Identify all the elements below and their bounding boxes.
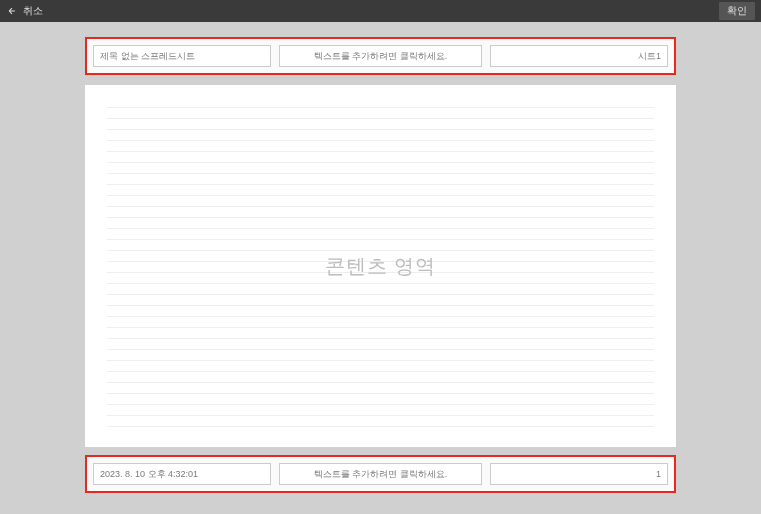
- sheet-name-field[interactable]: 시트1: [490, 45, 668, 67]
- document-title-field[interactable]: 제목 없는 스프레드시트: [93, 45, 271, 67]
- content-placeholder-text: 콘텐츠 영역: [325, 253, 437, 280]
- footer-section: 2023. 8. 10 오후 4:32:01 텍스트를 추가하려면 클릭하세요.…: [0, 447, 761, 503]
- footer-center-field[interactable]: 텍스트를 추가하려면 클릭하세요.: [279, 463, 482, 485]
- content-ruled-area[interactable]: 콘텐츠 영역: [107, 97, 654, 435]
- back-arrow-icon[interactable]: [6, 5, 18, 17]
- content-page: 콘텐츠 영역: [85, 85, 676, 447]
- header-section: 제목 없는 스프레드시트 텍스트를 추가하려면 클릭하세요. 시트1: [0, 22, 761, 85]
- header-center-field[interactable]: 텍스트를 추가하려면 클릭하세요.: [279, 45, 482, 67]
- toolbar-left: 취소: [6, 4, 43, 18]
- header-fields-box: 제목 없는 스프레드시트 텍스트를 추가하려면 클릭하세요. 시트1: [85, 37, 676, 75]
- timestamp-field[interactable]: 2023. 8. 10 오후 4:32:01: [93, 463, 271, 485]
- confirm-button[interactable]: 확인: [719, 2, 755, 20]
- page-number-field[interactable]: 1: [490, 463, 668, 485]
- top-toolbar: 취소 확인: [0, 0, 761, 22]
- cancel-button[interactable]: 취소: [23, 4, 43, 18]
- footer-fields-box: 2023. 8. 10 오후 4:32:01 텍스트를 추가하려면 클릭하세요.…: [85, 455, 676, 493]
